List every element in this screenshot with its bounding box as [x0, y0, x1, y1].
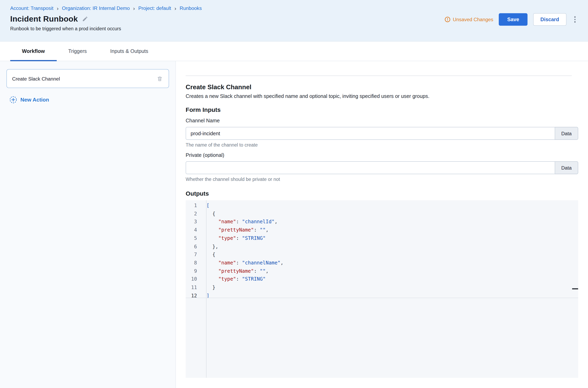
- runbook-editor-page: Account: Transposit › Organization: IR I…: [0, 0, 588, 388]
- tab-triggers[interactable]: Triggers: [56, 42, 99, 61]
- editor-line-separator: [186, 298, 578, 298]
- save-button[interactable]: Save: [499, 13, 527, 26]
- tab-bar: Workflow Triggers Inputs & Outputs: [0, 42, 588, 61]
- channel-name-help: The name of the channel to create: [186, 143, 578, 148]
- editor-scroll-marker: [572, 288, 578, 290]
- breadcrumb-project-link[interactable]: Project: default: [138, 5, 171, 11]
- breadcrumb-account-link[interactable]: Account: Transposit: [10, 5, 53, 11]
- breadcrumb-runbooks-link[interactable]: Runbooks: [180, 5, 202, 11]
- workflow-step-create-slack-channel[interactable]: Create Slack Channel: [6, 69, 169, 88]
- new-action-label: New Action: [20, 97, 49, 103]
- workflow-steps-panel: Create Slack Channel New Action: [0, 61, 176, 388]
- unsaved-changes-badge: Unsaved Changes: [445, 17, 493, 22]
- page-subtitle: Runbook to be triggered when a prod inci…: [10, 26, 578, 31]
- divider: [186, 75, 572, 76]
- page-title: Incident Runbook: [10, 14, 78, 24]
- breadcrumb-separator-icon: ›: [175, 5, 176, 11]
- workflow-step-label: Create Slack Channel: [12, 76, 156, 81]
- private-input[interactable]: [186, 161, 578, 174]
- warning-icon: [445, 17, 451, 22]
- tab-workflow[interactable]: Workflow: [10, 42, 56, 61]
- outputs-code-editor[interactable]: 1[2 {3 "name": "channelId",4 "prettyName…: [186, 200, 578, 378]
- private-field: Data: [186, 161, 578, 174]
- breadcrumb-separator-icon: ›: [133, 5, 135, 11]
- breadcrumb-organization-link[interactable]: Organization: IR Internal Demo: [62, 5, 130, 11]
- outputs-heading: Outputs: [186, 190, 578, 197]
- action-title: Create Slack Channel: [186, 84, 578, 91]
- action-description: Creates a new Slack channel with specifi…: [186, 93, 578, 99]
- add-action-icon: [9, 96, 17, 103]
- outputs-code-lines: 1[2 {3 "name": "channelId",4 "prettyName…: [186, 201, 578, 300]
- delete-step-icon[interactable]: [156, 75, 163, 82]
- form-inputs-heading: Form Inputs: [186, 107, 578, 113]
- breadcrumb-separator-icon: ›: [57, 5, 59, 11]
- new-action-button[interactable]: New Action: [9, 96, 169, 103]
- more-options-icon[interactable]: [572, 15, 578, 24]
- unsaved-changes-label: Unsaved Changes: [453, 17, 493, 22]
- channel-name-input[interactable]: [186, 127, 578, 140]
- private-help: Whether the channel should be private or…: [186, 177, 578, 182]
- channel-name-field: Data: [186, 127, 578, 140]
- channel-name-label: Channel Name: [186, 118, 578, 123]
- channel-name-data-button[interactable]: Data: [555, 127, 578, 140]
- tab-inputs-outputs[interactable]: Inputs & Outputs: [99, 42, 160, 61]
- page-header: Account: Transposit › Organization: IR I…: [0, 0, 588, 42]
- breadcrumb: Account: Transposit › Organization: IR I…: [10, 5, 578, 11]
- edit-title-icon[interactable]: [82, 16, 88, 22]
- private-label: Private (optional): [186, 152, 578, 158]
- action-detail-panel: Create Slack Channel Creates a new Slack…: [176, 61, 588, 388]
- discard-button[interactable]: Discard: [533, 13, 566, 26]
- private-data-button[interactable]: Data: [555, 161, 578, 174]
